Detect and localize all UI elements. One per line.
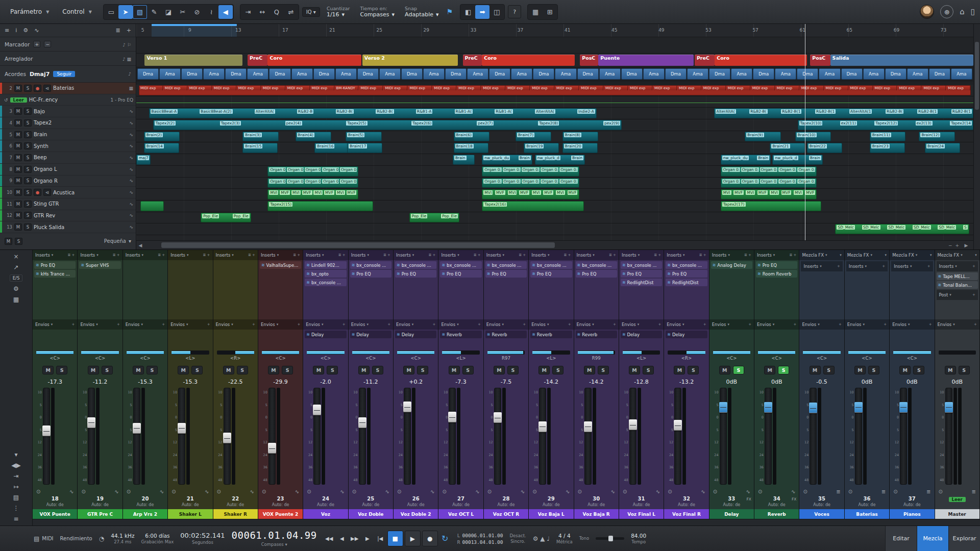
add-icon[interactable]: + bbox=[703, 322, 706, 327]
fader-cap[interactable] bbox=[629, 419, 637, 430]
autoscroll-page-icon[interactable]: ◧ bbox=[461, 5, 475, 19]
fader-cap[interactable] bbox=[358, 417, 366, 428]
track-lane[interactable]: Pop_ElePop_ElePop_ElePop_Ele bbox=[136, 212, 973, 224]
iq-toggle[interactable]: IQ ▾ bbox=[302, 7, 320, 17]
chord-cell[interactable]: Ama bbox=[203, 68, 225, 80]
vertical-scrollbar[interactable] bbox=[973, 24, 980, 249]
chord-cell[interactable]: Ama bbox=[819, 68, 840, 80]
mute-button[interactable]: M bbox=[14, 223, 22, 231]
automation-mode[interactable]: Auto: de bbox=[213, 503, 258, 509]
midi-clip-segment[interactable]: MIDI exp bbox=[898, 86, 921, 90]
track-lanes[interactable]: MIDI expMIDI expMIDI expMIDI expMIDI exp… bbox=[136, 85, 973, 240]
fader-cap[interactable] bbox=[538, 421, 547, 432]
midi-clip-segment[interactable]: MIDI exp bbox=[776, 86, 799, 90]
add-icon[interactable]: ≣ + bbox=[338, 253, 346, 257]
plugin-power-icon[interactable]: ≋ bbox=[577, 271, 581, 276]
chord-cell[interactable]: Dma bbox=[929, 68, 950, 80]
pan-knob-icon[interactable]: ⊙ bbox=[217, 489, 221, 494]
sidebar-icon[interactable]: × bbox=[13, 253, 18, 260]
mute-button[interactable]: M bbox=[14, 131, 22, 138]
solo-button[interactable]: S bbox=[24, 119, 32, 127]
sends-area[interactable]: ≋Reverb bbox=[574, 330, 619, 349]
pan-value[interactable]: <C> bbox=[33, 356, 77, 363]
midi-clip-segment[interactable]: MIDI exp bbox=[751, 86, 775, 90]
pan-slider[interactable] bbox=[532, 350, 570, 355]
track-lane[interactable]: maj7Brainnw_pluck_duBrainnw_pluck_dBrain… bbox=[136, 154, 973, 166]
midi-clip-segment[interactable]: MIDI exp bbox=[482, 86, 505, 90]
plugin-power-icon[interactable]: ≋ bbox=[352, 271, 355, 276]
fader-track[interactable] bbox=[810, 388, 817, 485]
inserts-header[interactable]: Inserts▾≣ + bbox=[258, 250, 303, 260]
mixer-scroll-strip[interactable] bbox=[33, 519, 980, 525]
clip[interactable]: Tapex2(17) bbox=[721, 201, 821, 211]
add-icon[interactable]: + bbox=[433, 322, 436, 327]
fader-track[interactable] bbox=[133, 388, 140, 485]
volume-value[interactable]: 0dB bbox=[890, 377, 934, 387]
fader-cap[interactable] bbox=[223, 433, 231, 443]
midi-clip-segment[interactable]: MIDI exp bbox=[629, 86, 652, 90]
panel-tool-icon[interactable]: ≡ bbox=[5, 27, 9, 34]
insert-slot[interactable]: ≋Pro EQ bbox=[530, 270, 572, 278]
channel-name[interactable]: Reverb bbox=[754, 509, 799, 519]
pan-slider[interactable] bbox=[81, 350, 118, 355]
io-button[interactable]: E/S bbox=[10, 274, 23, 282]
sends-header[interactable]: Envios▾+ bbox=[438, 319, 483, 330]
channel-name[interactable]: Voz bbox=[303, 509, 348, 519]
marker-row-icon[interactable]: ♪ bbox=[122, 42, 127, 47]
chord-cell[interactable]: Dma bbox=[621, 68, 643, 80]
zoom-in-button[interactable]: + bbox=[955, 243, 959, 248]
solo-button[interactable]: S bbox=[688, 366, 699, 374]
inserts-area[interactable] bbox=[213, 260, 258, 319]
clip[interactable]: Brain(19 bbox=[524, 143, 559, 153]
parameter-dropdown[interactable]: Parámetro ▼ bbox=[5, 6, 54, 17]
add-icon[interactable]: ≣ + bbox=[203, 253, 210, 257]
volume-value[interactable]: 0dB bbox=[754, 377, 799, 387]
pan-knob-icon[interactable]: ⊙ bbox=[623, 489, 627, 494]
insert-slot[interactable]: ≋Room Reverb bbox=[756, 270, 797, 278]
chord-cell[interactable]: Dma bbox=[753, 68, 774, 80]
automation-mode[interactable]: Auto: de bbox=[33, 503, 77, 509]
mute-tool[interactable]: ⊘ bbox=[190, 5, 204, 19]
panel-tool-icon[interactable]: + bbox=[127, 27, 131, 34]
clip[interactable]: Tapex2(15) bbox=[267, 201, 373, 211]
plugin-power-icon[interactable]: ≋ bbox=[487, 263, 491, 267]
channel-strip[interactable]: Mezcla FX▾▾Inserts▾+Envios▾+<C>MS-0.5105… bbox=[799, 250, 844, 519]
follow-cursor-icon[interactable]: ➡ bbox=[475, 5, 489, 19]
channel-name[interactable]: Master bbox=[935, 509, 979, 519]
clip[interactable]: MVIMVFMVIMVFMVIMVFMVIMVF bbox=[482, 189, 579, 199]
channel-strip[interactable]: Inserts▾≣ +≋bx_console ...≋Pro EQEnvios▾… bbox=[349, 250, 394, 519]
solo-button[interactable]: S bbox=[643, 366, 654, 374]
arranger-section[interactable]: PreC bbox=[695, 55, 715, 66]
add-icon[interactable]: ▾ bbox=[885, 253, 887, 257]
mute-button[interactable]: M bbox=[14, 201, 22, 208]
arranger-section[interactable]: PosC bbox=[810, 55, 830, 66]
track-header[interactable]: 10MS●⊲Acustica∿ bbox=[0, 187, 136, 198]
ruler-tick[interactable]: 57 bbox=[752, 28, 758, 33]
midi-clip-segment[interactable]: MIDI exp bbox=[286, 86, 310, 90]
range-tool[interactable]: ▧ bbox=[133, 5, 147, 19]
main-time-display[interactable]: 00061.01.04.99 Compases ▾ bbox=[232, 530, 317, 547]
solo-button[interactable]: S bbox=[146, 366, 158, 374]
chord-cell[interactable]: Ama bbox=[731, 68, 752, 80]
record-button[interactable]: ● bbox=[422, 531, 438, 546]
clip[interactable]: Brain(12) bbox=[919, 132, 955, 142]
marker-track-row[interactable]: Marcador + − ♪ ⚐ bbox=[0, 37, 136, 52]
plugin-power-icon[interactable]: ≋ bbox=[36, 271, 39, 276]
pan-value[interactable]: <C> bbox=[123, 356, 167, 363]
volume-value[interactable]: -7.3 bbox=[438, 377, 483, 387]
send-slot[interactable]: ≋Delay bbox=[621, 331, 662, 338]
pan-knob-icon[interactable]: ⊙ bbox=[578, 489, 582, 494]
inserts-area[interactable]: ≋bx_console ...≋Pro EQ bbox=[438, 260, 483, 319]
midi-clip-segment[interactable]: MIDI exp bbox=[139, 86, 163, 90]
pan-slider[interactable] bbox=[623, 350, 660, 355]
ruler-tick[interactable]: 49 bbox=[658, 28, 664, 33]
loop-range-bar[interactable] bbox=[152, 24, 237, 26]
ruler-tick[interactable]: 37 bbox=[518, 28, 523, 33]
midi-clip-segment[interactable]: MIDI exp bbox=[311, 86, 334, 90]
solo-button[interactable]: S bbox=[823, 366, 835, 374]
insert-slot[interactable]: ≋RedlightDist bbox=[666, 279, 707, 286]
inserts-area[interactable]: ≋bx_console ...≋Pro EQ≋RedlightDist bbox=[664, 260, 708, 319]
panel-tool-icon[interactable]: ∿ bbox=[34, 27, 39, 34]
panel-toggle-icon[interactable]: ▯ bbox=[971, 7, 975, 16]
inserts-header[interactable]: Inserts▾≣ + bbox=[574, 250, 619, 260]
